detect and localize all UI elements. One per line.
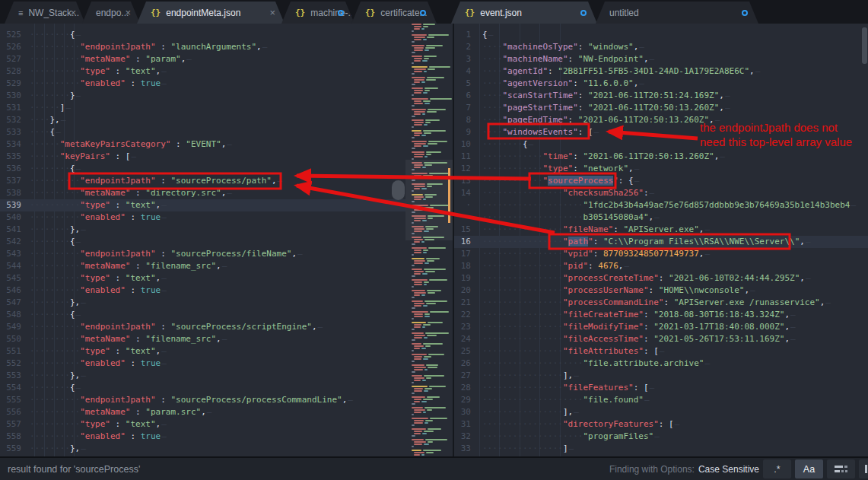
find-option-partial-button[interactable] [859,459,868,478]
code-line[interactable]: 539··········"type" : "text",– [0,199,405,211]
tab-endpointmeta-json[interactable]: {}endpointMeta.json× [137,2,285,24]
tab-event-json[interactable]: {}event.json [451,2,597,24]
code-line[interactable]: 14················"checksumSha256":– [454,187,868,199]
unsaved-dot-icon[interactable] [580,10,587,16]
code-line[interactable]: 10········{– [454,138,868,151]
code-line[interactable]: 534······"metaKeyPairsCategory" : "EVENT… [0,138,405,151]
code-line[interactable]: 12············"type": "network",– [454,163,868,175]
code-text: ········{– [24,163,81,175]
code-line[interactable]: 17················"vpid": 87709324850771… [454,248,868,260]
code-line[interactable]: 7····"pageStartTime": "2021-06-11T20:50:… [454,102,868,114]
tab-machine[interactable]: {}machine-... [281,2,355,24]
code-line[interactable]: 18················"pid": 4676,– [454,260,868,272]
tab-endpo[interactable]: endpo...× [82,2,140,24]
left-editor-pane[interactable]: 525········{–526··········"endpointJpath… [0,24,405,456]
line-number: 530 [0,90,24,102]
code-line[interactable]: 535······"keyPairs" : [– [0,151,405,163]
minimap[interactable] [405,24,453,456]
code-line[interactable]: 6····"scanStartTime": "2021-06-11T20:51:… [454,90,868,102]
code-text: {– [477,29,493,41]
code-line[interactable]: 25················"fileAttributes": [– [454,345,868,358]
code-line[interactable]: 8····"pageEndTime": "2021-06-11T20:50:13… [454,114,868,126]
code-line[interactable]: 529··········"enabled" : true– [0,78,405,90]
code-line[interactable]: 30················],– [454,406,868,418]
line-number: 6 [454,90,477,102]
pane-scrollbar-puck[interactable] [392,180,405,200]
unsaved-dot-icon[interactable] [338,10,344,16]
code-line[interactable]: 548········{– [0,309,405,321]
code-line[interactable]: 536········{– [0,163,405,175]
case-sensitive-button[interactable]: Aa [795,459,823,478]
close-icon[interactable]: × [70,7,76,18]
code-line[interactable]: 559········},– [0,443,405,455]
code-line[interactable]: 528··········"type" : "text",– [0,65,405,78]
tab-untitled[interactable]: untitled [596,2,758,24]
code-line[interactable]: 13············"sourceProcess": {– [454,175,868,187]
code-line[interactable]: 557··········"type" : "text",– [0,418,405,431]
code-line[interactable]: 5····"agentVersion": "11.6.0.0",– [454,78,868,90]
code-line[interactable]: 23················"fileModifyTime": "202… [454,321,868,333]
code-line[interactable]: 22················"fileCreateTime": "201… [454,309,868,321]
tab-certificate[interactable]: {}certificate... [351,2,437,24]
minimap-viewport[interactable] [405,160,453,240]
line-number: 525 [0,29,24,41]
code-line[interactable]: 20················"processUserName": "HO… [454,285,868,297]
code-line[interactable]: 31················"directoryFeatures": [… [454,418,868,431]
code-line[interactable]: 553········},– [0,370,405,382]
code-line[interactable]: 19················"processCreateTime": "… [454,272,868,285]
code-line[interactable]: 549··········"endpointJpath" : "sourcePr… [0,321,405,333]
code-line[interactable]: 33················]– [454,443,868,455]
code-line[interactable]: 532····},– [0,114,405,126]
code-line[interactable]: 527··········"metaName" : "param",– [0,53,405,65]
unsaved-dot-icon[interactable] [420,10,426,16]
right-editor-pane[interactable]: 1{–2····"machineOsType": "windows",–3···… [454,24,868,456]
code-line[interactable]: 15················"fileName": "APIServer… [454,224,868,236]
code-line[interactable]: 533····{– [0,126,405,138]
tab-nw-stack[interactable]: ≡NW_Stack...× [5,2,85,24]
code-line[interactable]: 29····················"file.found"– [454,394,868,406]
code-line[interactable]: 1{– [454,29,868,41]
code-line[interactable]: 28················"fileFeatures": [– [454,382,868,394]
code-line[interactable]: 556··········"metaName" : "param.src",– [0,406,405,418]
code-line[interactable]: 537··········"endpointJpath" : "sourcePr… [0,175,405,187]
code-line[interactable]: 32····················"programFiles"– [454,431,868,443]
code-line[interactable]: 530········}– [0,90,405,102]
code-line[interactable]: 2····"machineOsType": "windows",– [454,41,868,53]
code-line[interactable]: 552··········"enabled" : true– [0,358,405,370]
code-line[interactable]: 550··········"metaName" : "filename_src"… [0,333,405,345]
code-line[interactable]: ·····················"1fdc2b43b4a49ae75e… [454,199,868,211]
close-icon[interactable]: × [269,7,275,18]
code-line[interactable]: 547········},– [0,297,405,309]
code-line[interactable]: 526··········"endpointJpath" : "launchAr… [0,41,405,53]
code-line[interactable]: 531······]– [0,102,405,114]
code-line[interactable]: 21················"processCommandLine": … [454,297,868,309]
right-scrollbar-thumb[interactable] [862,27,867,64]
code-line[interactable]: 27················],– [454,370,868,382]
code-line[interactable]: 3····"machineName": "NW-Endpoint",– [454,53,868,65]
code-line[interactable]: 545··········"type" : "text",– [0,272,405,285]
code-line[interactable]: 538··········"metaName" : "directory.src… [0,187,405,199]
code-line[interactable]: 555··········"endpointJpath" : "sourcePr… [0,394,405,406]
code-line[interactable]: 551··········"type" : "text",– [0,345,405,358]
code-line[interactable]: 558··········"enabled" : true– [0,431,405,443]
code-line[interactable]: 24················"fileAccessTime": "202… [454,333,868,345]
minimap-scrollbar-thumb[interactable] [448,168,450,223]
code-line[interactable]: 525········{– [0,29,405,41]
code-line[interactable]: 11············"time": "2021-06-11T20:50:… [454,151,868,163]
code-line[interactable]: 554········{– [0,382,405,394]
code-line[interactable]: ·····················b305145080a4",– [454,211,868,224]
code-line[interactable]: 543··········"endpointJpath" : "sourcePr… [0,248,405,260]
code-line[interactable]: 542········{– [0,236,405,248]
code-line[interactable]: 541········},– [0,224,405,236]
code-line[interactable]: 540··········"enabled" : true– [0,211,405,224]
code-line[interactable]: 26····················"file.attribute.ar… [454,358,868,370]
regex-button[interactable]: .* [763,459,791,478]
code-line[interactable]: 544··········"metaName" : "filename_src"… [0,260,405,272]
highlight-matches-button[interactable] [827,459,855,478]
unsaved-dot-icon[interactable] [742,10,748,16]
close-icon[interactable]: × [125,7,131,18]
code-line[interactable]: 9····"windowsEvents": [– [454,126,868,138]
code-line[interactable]: 16················"path": "C:\\Program F… [454,236,868,248]
code-line[interactable]: 546··········"enabled" : true– [0,285,405,297]
code-line[interactable]: 4····"agentId": "2B81FF51-5FB5-34D1-24AD… [454,65,868,78]
